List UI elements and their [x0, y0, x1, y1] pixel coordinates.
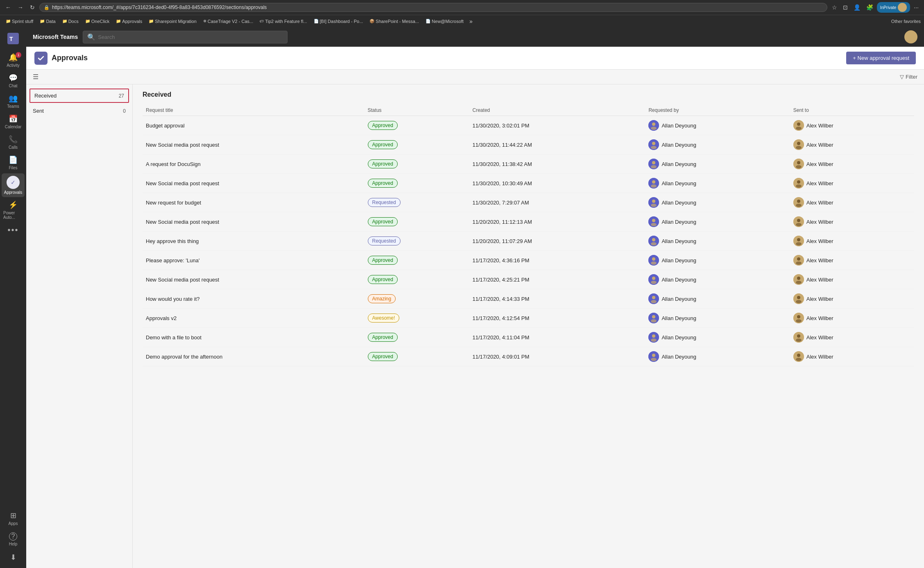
search-bar[interactable]: 🔍 [83, 31, 288, 43]
bookmark-docs[interactable]: 📁 Docs [60, 18, 81, 25]
person-cell-recipient: Alex Wilber [793, 197, 911, 208]
svg-point-17 [651, 165, 657, 168]
cell-requested-by: Allan Deyoung [645, 309, 790, 328]
bookmark-data[interactable]: 📁 Data [37, 18, 58, 25]
table-row[interactable]: New request for budget Requested 11/30/2… [143, 193, 914, 212]
hamburger-button[interactable]: ☰ [33, 73, 38, 81]
collections-button[interactable]: ⊡ [841, 3, 850, 11]
cell-created: 11/17/2020, 4:12:54 PM [469, 309, 645, 328]
bookmark-oneclick[interactable]: 📁 OneClick [83, 18, 112, 25]
table-row[interactable]: New Social media post request Approved 1… [143, 212, 914, 232]
table-row[interactable]: A request for DocuSign Approved 11/30/20… [143, 154, 914, 174]
nav-item-sent[interactable]: Sent 0 [26, 104, 132, 118]
cell-sent-to: Alex Wilber [790, 251, 914, 270]
bookmark-tip2[interactable]: 🏷 Tip2 with Feature fl... [257, 18, 309, 25]
table-row[interactable]: New Social media post request Approved 1… [143, 135, 914, 154]
svg-point-4 [652, 123, 655, 126]
table-row[interactable]: How would you rate it? Amazing 11/17/202… [143, 289, 914, 309]
table-row[interactable]: Demo approval for the afternoon Approved… [143, 347, 914, 366]
sidebar-item-more[interactable]: ••• [2, 223, 25, 237]
recipient-avatar [793, 255, 804, 266]
favorites-button[interactable]: ☆ [830, 3, 839, 11]
sidebar-item-teams[interactable]: 👥 Teams [2, 91, 25, 111]
svg-point-29 [651, 204, 657, 207]
sidebar-item-help[interactable]: ? Help [2, 530, 25, 549]
status-badge: Approved [368, 179, 398, 188]
sidebar-item-download[interactable]: ⬇ [2, 550, 25, 564]
bookmark-newatmicrosoft[interactable]: 📄 New@Microsoft [423, 18, 466, 25]
menu-button[interactable]: ··· [912, 3, 921, 11]
nav-sent-label: Sent [33, 108, 44, 114]
bookmark-bi-dashboard[interactable]: 📄 [BI] Dashboard - Po... [311, 18, 366, 25]
sidebar-item-apps[interactable]: ⊞ Apps [2, 509, 25, 528]
status-badge: Awesome! [368, 314, 400, 323]
new-approval-button[interactable]: + New approval request [846, 52, 916, 64]
table-row[interactable]: Hey approve this thing Requested 11/20/2… [143, 232, 914, 251]
sidebar-item-powerautomate[interactable]: ⚡ Power Auto... [2, 198, 25, 222]
status-badge: Approved [368, 256, 398, 265]
recipient-avatar [793, 159, 804, 169]
svg-point-41 [651, 242, 657, 245]
bookmark-casetriage[interactable]: ❄ CaseTriage V2 - Cas... [201, 18, 256, 25]
content-area: Received 27 Sent 0 Received Request ti [26, 84, 924, 568]
nav-item-received[interactable]: Received 27 [29, 89, 129, 103]
right-panel: Received Request title Status Created Re… [133, 84, 924, 568]
apps-icon: ⊞ [10, 511, 16, 520]
person-cell-requester: Allan Deyoung [648, 293, 786, 304]
svg-point-23 [651, 184, 657, 188]
teams-logo-icon: T [7, 33, 19, 44]
sidebar-item-chat[interactable]: 💬 Chat [2, 71, 25, 91]
recipient-avatar [793, 139, 804, 150]
search-input[interactable] [98, 34, 283, 40]
status-badge: Requested [368, 198, 401, 207]
extensions-button[interactable]: 🧩 [864, 3, 875, 11]
profile-button[interactable]: 👤 [852, 3, 863, 11]
sidebar-item-label: Apps [9, 521, 18, 526]
bookmarks-overflow-button[interactable]: » [468, 17, 474, 25]
sidebar-item-calls[interactable]: 📞 Calls [2, 132, 25, 152]
forward-button[interactable]: → [16, 3, 25, 11]
app-header: Approvals + New approval request [26, 47, 924, 70]
bookmark-sharepoint-migration[interactable]: 📁 Sharepoint Migration [146, 18, 199, 25]
svg-point-31 [797, 200, 800, 203]
sidebar-item-files[interactable]: 📄 Files [2, 153, 25, 173]
sidebar-item-calendar[interactable]: 📅 Calendar [2, 112, 25, 132]
filter-button[interactable]: ▽ Filter [900, 74, 917, 80]
table-row[interactable]: New Social media post request Approved 1… [143, 174, 914, 193]
svg-point-10 [652, 142, 655, 145]
sidebar-item-approvals[interactable]: ✓ Approvals [2, 173, 25, 197]
tag-icon: 🏷 [260, 19, 264, 23]
table-row[interactable]: Please approve: 'Luna' Approved 11/17/20… [143, 251, 914, 270]
bookmark-sprint-stuff[interactable]: 📁 Sprint stuff [3, 18, 36, 25]
address-bar[interactable]: 🔒 [39, 3, 827, 12]
cell-requested-by: Allan Deyoung [645, 154, 790, 174]
lock-icon: 🔒 [44, 5, 50, 10]
recipient-avatar [793, 197, 804, 208]
back-button[interactable]: ← [3, 3, 13, 11]
folder-icon: 📁 [6, 19, 11, 23]
status-badge: Approved [368, 140, 398, 149]
refresh-button[interactable]: ↻ [28, 3, 37, 11]
cell-created: 11/17/2020, 4:11:04 PM [469, 328, 645, 347]
person-cell-requester: Allan Deyoung [648, 139, 786, 150]
recipient-name: Alex Wilber [806, 315, 833, 321]
cell-created: 11/30/2020, 7:29:07 AM [469, 193, 645, 212]
cell-requested-by: Allan Deyoung [645, 232, 790, 251]
user-profile-avatar[interactable] [904, 30, 917, 43]
table-row[interactable]: Budget approval Approved 11/30/2020, 3:0… [143, 116, 914, 135]
url-input[interactable] [52, 5, 823, 10]
cell-sent-to: Alex Wilber [790, 154, 914, 174]
bookmark-approvals[interactable]: 📁 Approvals [113, 18, 145, 25]
table-row[interactable]: Demo with a file to boot Approved 11/17/… [143, 328, 914, 347]
approvals-app-icon [34, 52, 48, 65]
sidebar-item-activity[interactable]: 🔔 Activity 1 [2, 50, 25, 70]
bookmark-label: New@Microsoft [432, 19, 464, 24]
requester-name: Allan Deyoung [661, 296, 696, 302]
person-cell-recipient: Alex Wilber [793, 313, 911, 323]
table-row[interactable]: New Social media post request Approved 1… [143, 270, 914, 289]
other-favorites-link[interactable]: Other favorites [891, 19, 921, 24]
svg-point-46 [652, 257, 655, 261]
bookmark-sharepoint-messa[interactable]: 📦 SharePoint - Messa... [367, 18, 421, 25]
page-wrapper: Approvals + New approval request ☰ ▽ Fil… [26, 47, 924, 568]
table-row[interactable]: Approvals v2 Awesome! 11/17/2020, 4:12:5… [143, 309, 914, 328]
